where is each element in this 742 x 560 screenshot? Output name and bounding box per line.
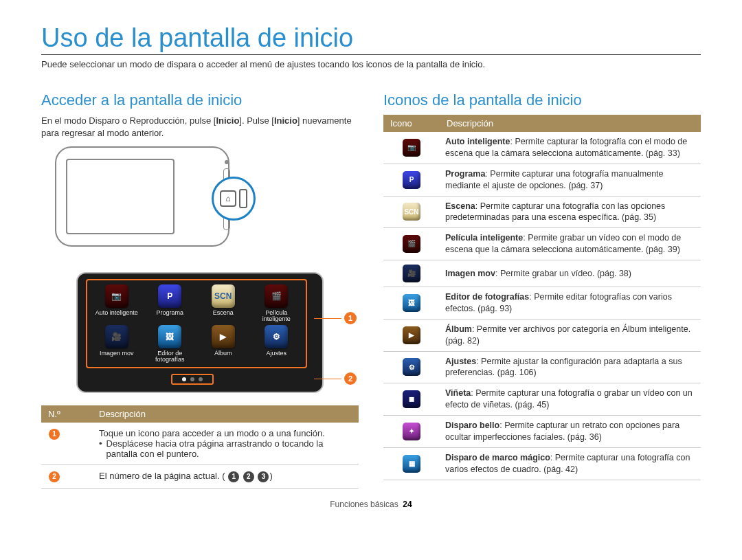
- icon-name: Programa: [445, 169, 485, 179]
- page-badge-1-icon: 1: [228, 471, 239, 482]
- desc-line1: Toque un icono para acceder a un modo o …: [99, 428, 352, 438]
- pel-cula-inteligente-icon: 🎬: [403, 235, 420, 253]
- description-cell: Película inteligente: Permite grabar un …: [440, 228, 701, 260]
- icon-label: Auto inteligente: [95, 310, 138, 316]
- callout-2: 2: [314, 372, 357, 385]
- icon-description: : Permite ajustar la configuración para …: [445, 357, 682, 378]
- icon-name: Auto inteligente: [445, 137, 510, 146]
- bullet-icon: •: [99, 438, 102, 459]
- description-cell: Editor de fotografías: Permite editar fo…: [440, 287, 701, 320]
- row-number-cell: 1: [41, 423, 92, 465]
- grid-smart-movie: 🎬Película inteligente: [252, 284, 300, 323]
- description-cell: Disparo bello: Permite capturar un retra…: [440, 416, 701, 448]
- left-column: Acceder a la pantalla de inicio En el mo…: [41, 86, 359, 489]
- desc-bullet: •Desplácese hacia otra página arrastrand…: [99, 438, 352, 459]
- description-cell: Auto inteligente: Permite capturar la fo…: [440, 132, 701, 164]
- table-row: 2 El número de la página actual. ( 1 2 3…: [41, 465, 359, 489]
- right-column: Iconos de la pantalla de inicio Icono De…: [383, 86, 701, 489]
- page-badge-3-icon: 3: [258, 471, 269, 482]
- photo-editor-icon: 🖼: [158, 325, 181, 348]
- page-subtitle: Puede seleccionar un modo de dispara o a…: [41, 59, 701, 69]
- icon-cell: 🎥: [383, 260, 440, 287]
- icon-cell: P: [383, 164, 440, 196]
- icon-name: Editor de fotografías: [445, 292, 529, 302]
- row-description-cell: Toque un icono para acceder a un modo o …: [92, 423, 359, 465]
- smart-movie-icon: 🎬: [265, 284, 288, 308]
- led-icon: [225, 160, 229, 164]
- document-page: Uso de la pantalla de inicio Puede selec…: [0, 0, 742, 560]
- grid-movie: 🎥Imagen mov: [93, 325, 141, 363]
- row-description-cell: El número de la página actual. ( 1 2 3): [92, 465, 359, 489]
- editor-de-fotograf-as-icon: 🖼: [403, 294, 420, 312]
- icon-description: : Permite capturar una fotografía con la…: [445, 201, 665, 223]
- page-title: Uso de la pantalla de inicio: [41, 23, 701, 53]
- -lbum-icon: ▶: [403, 326, 420, 344]
- grid-program: PPrograma: [146, 284, 194, 323]
- page-dot-active: [182, 377, 186, 381]
- col-number-header: N.º: [41, 405, 92, 423]
- description-cell: Programa: Permite capturar una fotografí…: [440, 164, 701, 196]
- icon-name: Imagen mov: [445, 269, 495, 278]
- table-row: ▦Disparo de marco mágico: Permite captur…: [383, 447, 701, 480]
- camera-illustration: ⌂: [55, 146, 247, 260]
- camera-screen-outline: [66, 159, 175, 234]
- col-icon-header: Icono: [383, 115, 440, 132]
- grid-settings: ⚙Ajustes: [252, 325, 300, 363]
- table-row: 🖼Editor de fotografías: Permite editar f…: [383, 287, 701, 320]
- grid-scene: SCNEscena: [199, 284, 247, 323]
- icon-reference-table: Icono Descripción 📷Auto inteligente: Per…: [383, 115, 701, 480]
- grid-smart-auto: 📷Auto inteligente: [93, 284, 141, 323]
- section-heading-icons: Iconos de la pantalla de inicio: [383, 91, 701, 109]
- movie-icon: 🎥: [105, 325, 128, 348]
- description-cell: Escena: Permite capturar una fotografía …: [440, 196, 701, 228]
- inicio-bold-1: Inicio: [216, 115, 239, 126]
- icon-description: : Permite capturar una fotografía o grab…: [445, 388, 693, 410]
- para-text: ]. Pulse [: [239, 115, 274, 126]
- icon-cell: SCN: [383, 196, 440, 228]
- table-row: SCNEscena: Permite capturar una fotograf…: [383, 196, 701, 228]
- description-cell: Viñeta: Permite capturar una fotografía …: [440, 383, 701, 416]
- grid-album: ▶Álbum: [199, 325, 247, 363]
- col-description-header: Descripción: [92, 405, 359, 423]
- callout-number-1: 1: [344, 312, 357, 324]
- home-icon: ⌂: [220, 190, 236, 207]
- icon-label: Imagen mov: [100, 350, 134, 357]
- table-row: PPrograma: Permite capturar una fotograf…: [383, 164, 701, 196]
- inicio-bold-2: Inicio: [274, 115, 297, 126]
- callout-number-2: 2: [344, 372, 357, 385]
- icon-label: Ajustes: [266, 350, 286, 357]
- para-text: En el modo Disparo o Reproducción, pulse…: [41, 115, 216, 126]
- section-heading-access: Acceder a la pantalla de inicio: [41, 91, 359, 109]
- two-column-layout: Acceder a la pantalla de inicio En el mo…: [41, 86, 701, 489]
- icon-description: : Permite ver archivos por categoría en …: [445, 324, 690, 346]
- disparo-de-marco-m-gico-icon: ▦: [403, 455, 420, 473]
- grid-photo-editor: 🖼Editor de fotografías: [146, 325, 194, 363]
- ajustes-icon: ⚙: [403, 358, 420, 376]
- icon-name: Disparo bello: [445, 421, 499, 430]
- page-footer: Funciones básicas 24: [41, 500, 701, 509]
- scene-icon: SCN: [212, 284, 235, 308]
- icon-label: Programa: [156, 310, 183, 316]
- icon-cell: ◼: [383, 383, 440, 416]
- table-row: ◼Viñeta: Permite capturar una fotografía…: [383, 383, 701, 416]
- icon-cell: ✦: [383, 416, 440, 448]
- description-cell: Imagen mov: Permite grabar un vídeo. (pá…: [440, 260, 701, 287]
- callout-legend-table: N.º Descripción 1 Toque un icono para ac…: [41, 405, 359, 489]
- icon-label: Película inteligente: [252, 310, 300, 323]
- icon-label: Escena: [213, 310, 234, 316]
- table-header-row: Icono Descripción: [383, 115, 701, 132]
- escena-icon: SCN: [403, 203, 420, 221]
- icon-cell: ▦: [383, 447, 440, 480]
- icon-name: Ajustes: [445, 357, 476, 366]
- icon-cell: 🖼: [383, 287, 440, 320]
- page-indicator-callout: [171, 374, 214, 385]
- icon-grid-callout: 📷Auto inteligente PPrograma SCNEscena 🎬P…: [86, 279, 307, 368]
- desc-text: El número de la página actual. (: [99, 471, 225, 481]
- page-badge-2-icon: 2: [243, 471, 254, 482]
- description-cell: Álbum: Permite ver archivos por categorí…: [440, 319, 701, 351]
- home-button-callout-circle: ⌂: [212, 177, 256, 221]
- badge-2-icon: 2: [49, 471, 60, 482]
- icon-cell: 📷: [383, 132, 440, 164]
- icon-name: Escena: [445, 201, 475, 211]
- page-dot: [190, 377, 194, 381]
